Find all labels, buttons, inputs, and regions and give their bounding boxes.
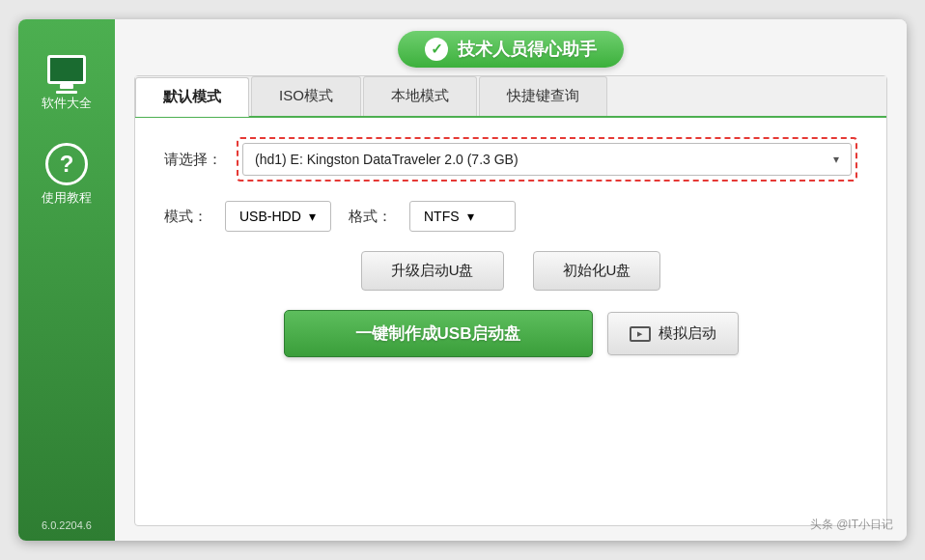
mode-label: 模式： xyxy=(164,208,208,226)
drive-select-wrapper: (hd1) E: Kingston DataTraveler 2.0 (7.3 … xyxy=(237,137,857,182)
drive-select[interactable]: (hd1) E: Kingston DataTraveler 2.0 (7.3 … xyxy=(242,143,852,176)
tab-area: 默认模式 ISO模式 本地模式 快捷键查询 请选择： (hd1) E: King… xyxy=(134,75,887,526)
mode-select[interactable]: USB-HDD ▾ xyxy=(225,201,331,232)
sidebar-item-software[interactable]: 软件大全 xyxy=(18,39,115,124)
format-select[interactable]: NTFS ▾ xyxy=(409,201,516,232)
tab-content: 请选择： (hd1) E: Kingston DataTraveler 2.0 … xyxy=(135,118,886,525)
format-value: NTFS xyxy=(424,209,460,224)
check-icon: ✓ xyxy=(425,38,448,61)
sidebar-label-tutorial: 使用教程 xyxy=(42,189,92,207)
initialize-button[interactable]: 初始化U盘 xyxy=(533,251,661,291)
tab-default[interactable]: 默认模式 xyxy=(135,77,249,117)
app-window: 软件大全 ? 使用教程 6.0.2204.6 ✓ 技术人员得心助手 默认模式 I… xyxy=(18,19,907,541)
tab-iso[interactable]: ISO模式 xyxy=(251,76,361,116)
make-usb-button[interactable]: 一键制作成USB启动盘 xyxy=(284,310,593,357)
action-row: 升级启动U盘 初始化U盘 xyxy=(164,251,857,291)
drive-label: 请选择： xyxy=(164,151,222,169)
tab-bar: 默认模式 ISO模式 本地模式 快捷键查询 xyxy=(135,76,886,118)
drive-select-value: (hd1) E: Kingston DataTraveler 2.0 (7.3 … xyxy=(255,152,519,167)
question-icon: ? xyxy=(43,145,90,183)
upgrade-button[interactable]: 升级启动U盘 xyxy=(361,251,504,291)
main-content: ✓ 技术人员得心助手 默认模式 ISO模式 本地模式 快捷键查询 请选择： xyxy=(115,19,907,541)
version-text: 6.0.2204.6 xyxy=(42,519,92,541)
simulate-label: 模拟启动 xyxy=(659,324,716,343)
simulate-icon xyxy=(630,326,651,342)
sidebar-item-tutorial[interactable]: ? 使用教程 xyxy=(18,133,115,218)
header-badge: ✓ 技术人员得心助手 xyxy=(398,31,624,68)
header-title: 技术人员得心助手 xyxy=(458,38,597,61)
watermark: 头条 @IT小日记 xyxy=(810,517,893,533)
sidebar: 软件大全 ? 使用教程 6.0.2204.6 xyxy=(18,19,115,541)
monitor-icon xyxy=(43,50,90,89)
sidebar-label-software: 软件大全 xyxy=(42,95,92,112)
drive-chevron-icon: ▾ xyxy=(833,153,839,166)
simulate-button[interactable]: 模拟启动 xyxy=(607,312,739,355)
mode-row: 模式： USB-HDD ▾ 格式： NTFS ▾ xyxy=(164,201,857,232)
tab-shortcuts[interactable]: 快捷键查询 xyxy=(479,76,607,116)
mode-value: USB-HDD xyxy=(239,209,301,224)
header-bar: ✓ 技术人员得心助手 xyxy=(115,19,907,75)
format-label: 格式： xyxy=(349,208,392,226)
drive-row: 请选择： (hd1) E: Kingston DataTraveler 2.0 … xyxy=(164,137,857,182)
format-chevron-icon: ▾ xyxy=(467,209,474,224)
main-action-row: 一键制作成USB启动盘 模拟启动 xyxy=(164,310,857,357)
mode-chevron-icon: ▾ xyxy=(309,209,316,224)
tab-local[interactable]: 本地模式 xyxy=(363,76,477,116)
